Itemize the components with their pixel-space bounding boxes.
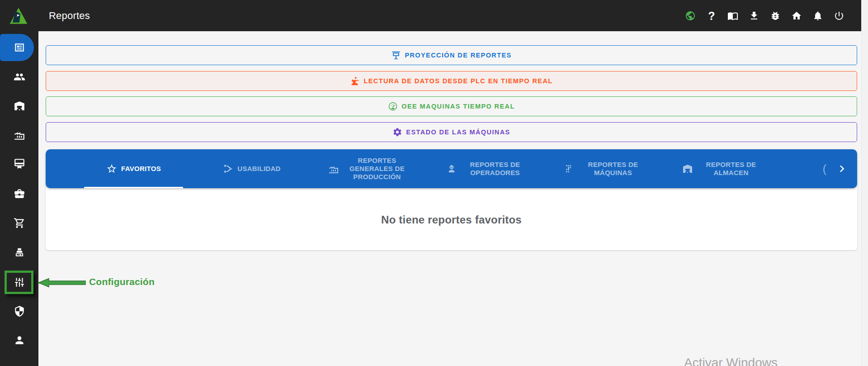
left-arrow-annotation-icon [38,277,86,288]
star-icon [106,163,117,174]
annotation-label: Configuración [89,276,155,287]
notifications-icon[interactable] [812,10,823,21]
tab-label: REPORTES DE ALMACEN [697,161,765,176]
cash-register-icon [14,247,25,258]
tab-reportes-almacen[interactable]: REPORTES DE ALMACEN [665,149,783,188]
button-label: PROYECCIÓN DE REPORTES [405,52,511,59]
tab-favoritos[interactable]: FAVORITOS [75,149,193,188]
tab-overflow-area: ( [823,149,857,188]
gear-icon [392,127,402,137]
person-icon [14,334,25,346]
home-icon[interactable] [791,10,802,21]
sidebar-item-sales[interactable] [0,209,38,238]
chevron-right-icon[interactable] [835,163,847,175]
sidebar-item-cash-register[interactable] [0,238,38,267]
reports-tab-bar: FAVORITOS USABILIDAD REPORTES GENERALES … [46,149,857,188]
triangle-logo-icon [9,7,28,24]
windows-activation-watermark: Activar Windows [684,356,778,366]
bug-icon[interactable] [770,10,781,21]
sidebar-item-people[interactable] [0,62,38,91]
app-header: Reportes ? [0,0,861,31]
card-membership-icon [14,158,25,170]
reports-article-icon [14,42,25,53]
sidebar-item-factory[interactable] [0,120,38,149]
gauge-icon [388,101,398,111]
tab-reportes-maquinas[interactable]: REPORTES DE MÁQUINAS [547,149,665,188]
operator-icon [446,163,457,174]
machine-icon [564,163,575,174]
machine-status-button[interactable]: ESTADO DE LAS MÁQUINAS [46,122,857,142]
app-logo[interactable] [9,7,28,24]
download-icon[interactable] [749,10,760,21]
tab-usabilidad[interactable]: USABILIDAD [193,149,311,188]
tab-label: REPORTES DE MÁQUINAS [579,161,647,176]
shopping-cart-icon [14,217,25,229]
annotation-highlight-box [5,271,33,294]
power-icon[interactable] [834,10,844,21]
oee-realtime-button[interactable]: OEE MAQUINAS TIEMPO REAL [46,96,857,116]
active-tab-underline [84,187,183,188]
tab-label: FAVORITOS [121,165,161,173]
sidebar-item-warehouse[interactable] [0,91,38,120]
people-icon [14,71,25,83]
projection-reports-button[interactable]: PROYECCIÓN DE REPORTES [46,45,857,65]
tab-label: REPORTES GENERALES DE PRODUCCIÓN [343,157,411,181]
sidebar-item-profile[interactable] [0,326,38,355]
tab-reportes-operadores[interactable]: REPORTES DE OPERADORES [429,149,547,188]
sidebar-item-business[interactable] [0,179,38,208]
page-scrollbar[interactable] [861,0,868,366]
tab-reportes-generales-produccion[interactable]: REPORTES GENERALES DE PRODUCCIÓN [311,149,429,188]
factory-icon [328,163,339,174]
page-title: Reportes [49,10,90,22]
clipped-tab-text: ( [823,162,826,176]
manual-book-icon[interactable] [727,10,738,21]
globe-icon[interactable] [685,10,696,21]
warehouse-icon [14,100,25,112]
warehouse-icon [682,163,693,174]
plc-realtime-button[interactable]: LECTURA DE DATOS DESDE PLC EN TIEMPO REA… [46,71,857,91]
help-icon[interactable]: ? [706,10,717,21]
projection-screen-icon [391,50,401,60]
button-label: ESTADO DE LAS MÁQUINAS [406,128,510,136]
sidebar-item-security[interactable] [0,297,38,326]
sidebar-nav [0,31,38,366]
tab-label: REPORTES DE OPERADORES [461,161,529,176]
header-icon-bar: ? [685,10,844,21]
sidebar-item-certificates[interactable] [0,149,38,178]
button-label: OEE MAQUINAS TIEMPO REAL [401,103,514,110]
shield-icon [14,305,25,317]
briefcase-icon [14,188,25,200]
sidebar-item-reports-active[interactable] [0,33,38,62]
factory-icon [14,129,25,141]
favorites-panel: No tiene reportes favoritos [46,186,857,250]
button-label: LECTURA DE DATOS DESDE PLC EN TIEMPO REA… [363,77,552,85]
tab-label: USABILIDAD [237,165,281,173]
robot-arm-icon [350,76,360,86]
usability-icon [222,163,233,174]
empty-favorites-message: No tiene reportes favoritos [381,211,522,226]
